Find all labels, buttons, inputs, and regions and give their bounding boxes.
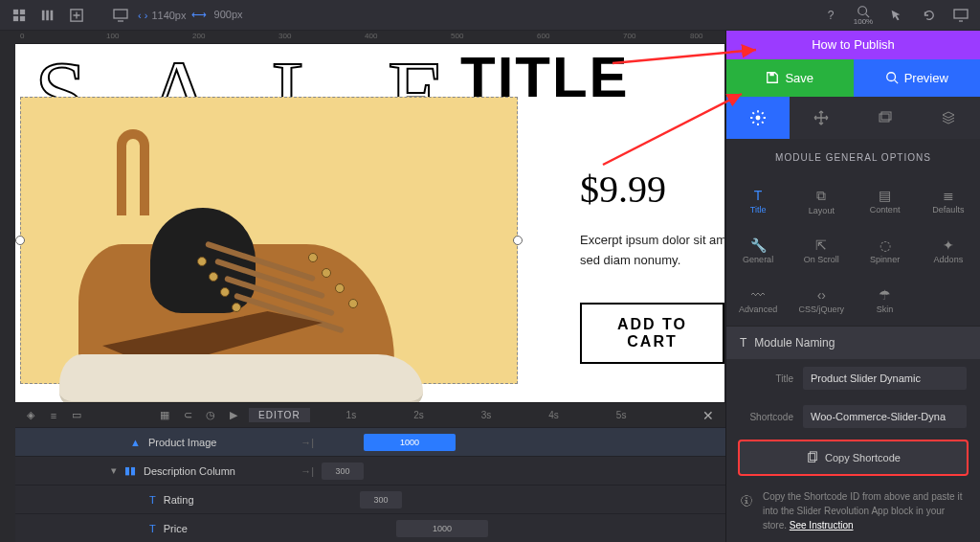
text-icon: T xyxy=(149,494,156,506)
move-icon xyxy=(813,110,829,125)
code-icon: ‹› xyxy=(817,287,826,303)
gear-icon xyxy=(749,109,767,126)
copy-shortcode-button[interactable]: Copy Shortcode xyxy=(740,441,967,474)
svg-point-9 xyxy=(858,6,867,14)
how-to-publish-button[interactable]: How to Publish xyxy=(726,31,980,59)
keyframe-chip[interactable]: 300 xyxy=(322,463,364,480)
option-layout[interactable]: ⧉Layout xyxy=(790,176,853,226)
panel-tabs xyxy=(726,97,980,139)
preview-button[interactable]: Preview xyxy=(854,59,981,97)
puzzle-icon: ✦ xyxy=(943,237,954,253)
svg-rect-2 xyxy=(13,15,18,20)
zoom-icon[interactable]: 100% xyxy=(852,4,875,27)
svg-rect-3 xyxy=(20,15,25,20)
horizontal-ruler: 0 100 200 300 400 500 600 700 800 xyxy=(15,31,725,44)
content-icon: ▤ xyxy=(879,188,891,203)
add-slide-icon[interactable] xyxy=(65,4,88,27)
save-button[interactable]: Save xyxy=(726,59,854,97)
svg-rect-5 xyxy=(46,10,49,20)
timeline-toolbar: ◈ ≡ ▭ ▦ ⊂ ◷ ▶ EDITOR 1s 2s 3s 4s 5s ✕ xyxy=(15,402,725,427)
title-label: Title xyxy=(740,373,793,384)
svg-rect-6 xyxy=(51,10,54,20)
grid-view-icon[interactable] xyxy=(8,4,31,27)
see-instruction-link[interactable]: See Instruction xyxy=(790,520,854,531)
option-on-scroll[interactable]: ⇱On Scroll xyxy=(790,226,853,276)
resize-handle-right[interactable] xyxy=(513,236,523,245)
play-icon[interactable]: ▶ xyxy=(226,409,241,421)
top-toolbar: ‹ ›1140px ⟷ 900px ? 100% xyxy=(0,0,980,31)
close-timeline-icon[interactable]: ✕ xyxy=(702,408,714,423)
pointer-icon[interactable] xyxy=(884,4,907,27)
panel-heading: MODULE GENERAL OPTIONS xyxy=(726,139,980,176)
field-module-title: Title Product Slider Dynamic xyxy=(726,359,980,397)
svg-rect-1 xyxy=(20,9,25,13)
zoom-level: 100% xyxy=(854,18,873,26)
keyframe-chip[interactable]: 300 xyxy=(360,491,402,508)
columns-icon[interactable] xyxy=(36,4,59,27)
tab-media[interactable] xyxy=(854,97,917,139)
shortcode-input[interactable]: Woo-Commerce-Slider-Dyna xyxy=(803,405,967,428)
product-title[interactable]: TITLE xyxy=(460,44,630,110)
timeline-row-description-column[interactable]: ▾▮▮Description Column→| 300 xyxy=(15,456,725,485)
timeline-row-rating[interactable]: TRating 300 xyxy=(15,485,725,513)
left-ruler-rail xyxy=(0,31,15,542)
layout-icon: ⧉ xyxy=(816,188,826,204)
product-image-layer[interactable] xyxy=(20,97,518,384)
layers-icon[interactable]: ◈ xyxy=(23,409,38,421)
option-spinner[interactable]: ◌Spinner xyxy=(854,226,917,276)
option-general[interactable]: 🔧General xyxy=(726,226,790,276)
image-stack-icon xyxy=(878,110,893,125)
svg-point-13 xyxy=(756,115,761,120)
option-defaults[interactable]: ≣Defaults xyxy=(917,176,980,226)
option-empty xyxy=(917,276,980,326)
undo-icon[interactable] xyxy=(917,4,940,27)
option-title[interactable]: TTitle xyxy=(726,176,790,226)
add-to-cart-button[interactable]: ADD TO CART xyxy=(580,303,724,364)
goto-icon[interactable]: →| xyxy=(301,465,314,477)
timeline-row-product-image[interactable]: ▲Product Image→| 1000 xyxy=(15,427,725,456)
canvas-height[interactable]: ⟷ 900px xyxy=(191,9,242,21)
column-icon: ▮▮ xyxy=(124,464,136,477)
option-skin[interactable]: ☂Skin xyxy=(854,276,917,326)
resize-handle-left[interactable] xyxy=(15,236,25,245)
timeline-rows: ▲Product Image→| 1000 ▾▮▮Description Col… xyxy=(15,427,725,542)
product-excerpt[interactable]: Excerpt ipsum dolor sit amet elitr sed d… xyxy=(580,231,725,271)
text-icon: T xyxy=(149,523,156,534)
scroll-icon: ⇱ xyxy=(815,237,827,253)
goto-icon[interactable]: →| xyxy=(301,437,314,448)
editor-badge[interactable]: EDITOR xyxy=(249,408,310,422)
list-icon[interactable]: ≡ xyxy=(46,410,61,421)
canvas-width[interactable]: ‹ ›1140px xyxy=(138,10,186,21)
option-css-jquery[interactable]: ‹›CSS/jQuery xyxy=(790,276,853,326)
option-advanced[interactable]: 〰Advanced xyxy=(726,276,790,326)
search-icon xyxy=(885,71,899,84)
option-addons[interactable]: ✦Addons xyxy=(917,226,980,276)
module-naming-section[interactable]: T Module Naming xyxy=(726,326,980,359)
device-preview-icon[interactable] xyxy=(949,4,972,27)
desktop-icon[interactable] xyxy=(109,4,132,27)
title-input[interactable]: Product Slider Dynamic xyxy=(803,367,967,390)
help-icon[interactable]: ? xyxy=(819,4,842,27)
svg-rect-4 xyxy=(42,10,45,20)
image-icon: ▲ xyxy=(130,437,141,448)
tab-settings[interactable] xyxy=(726,97,790,139)
timeline-row-price[interactable]: TPrice 1000 xyxy=(15,513,725,542)
folder-icon[interactable]: ▭ xyxy=(69,409,84,421)
option-content[interactable]: ▤Content xyxy=(854,176,917,226)
save-icon xyxy=(766,71,779,84)
svg-point-12 xyxy=(886,73,895,81)
svg-rect-11 xyxy=(770,73,774,77)
film-icon[interactable]: ▦ xyxy=(157,409,172,421)
svg-rect-10 xyxy=(954,10,968,18)
keyframe-chip[interactable]: 1000 xyxy=(396,520,488,537)
skin-icon: ☂ xyxy=(879,287,891,303)
tab-layers[interactable] xyxy=(917,97,980,139)
caret-down-icon[interactable]: ▾ xyxy=(111,464,117,477)
stopwatch-icon[interactable]: ◷ xyxy=(203,409,218,421)
copy-icon xyxy=(806,451,819,464)
editor-canvas[interactable]: SALE xyxy=(15,44,725,402)
keyframe-chip[interactable]: 1000 xyxy=(364,434,456,451)
tab-navigation[interactable] xyxy=(790,97,853,139)
snap-icon[interactable]: ⊂ xyxy=(180,409,195,421)
product-price[interactable]: $9.99 xyxy=(580,167,666,212)
